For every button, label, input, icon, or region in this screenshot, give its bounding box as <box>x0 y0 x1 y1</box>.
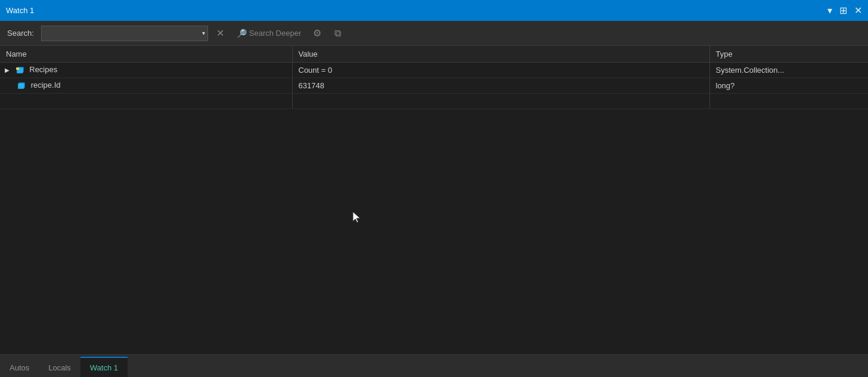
search-deeper-label: Search Deeper <box>249 29 301 38</box>
empty-type-cell <box>709 94 868 109</box>
tab-autos[interactable]: Autos <box>0 357 39 377</box>
tab-watch1[interactable]: Watch 1 <box>80 357 128 377</box>
column-header-value: Value <box>292 46 709 63</box>
row-name: Recipes <box>29 65 57 74</box>
expand-arrow[interactable]: ▶ <box>5 67 13 73</box>
name-cell[interactable]: recipe.Id <box>0 78 292 94</box>
tab-autos-label: Autos <box>10 363 29 372</box>
clear-icon: ✕ <box>216 27 224 39</box>
search-input-wrapper[interactable]: ▾ <box>41 26 208 41</box>
object-icon <box>16 66 25 75</box>
table-row[interactable]: ▶ Recipes Count = 0 System.Collection... <box>0 63 868 78</box>
search-input[interactable] <box>42 26 200 41</box>
collapse-icon: ⧉ <box>334 28 341 39</box>
value-cell: Count = 0 <box>292 63 709 78</box>
type-cell: long? <box>709 78 868 94</box>
type-cell: System.Collection... <box>709 63 868 78</box>
tab-locals[interactable]: Locals <box>39 357 80 377</box>
collapse-button[interactable]: ⧉ <box>330 26 345 41</box>
close-icon[interactable]: ✕ <box>854 5 862 16</box>
cursor-icon <box>352 211 362 224</box>
window-title: Watch 1 <box>6 6 34 15</box>
row-name: recipe.Id <box>31 81 61 89</box>
svg-rect-6 <box>18 83 24 88</box>
search-label: Search: <box>7 29 34 38</box>
tab-locals-label: Locals <box>48 363 71 372</box>
search-dropdown-button[interactable]: ▾ <box>200 30 207 36</box>
clear-search-button[interactable]: ✕ <box>213 26 228 41</box>
name-cell[interactable]: ▶ Recipes <box>0 63 292 78</box>
settings-button[interactable]: ⚙ <box>309 26 325 41</box>
watch-table: Name Value Type ▶ Recipes <box>0 46 868 109</box>
search-deeper-button[interactable]: 🔎 Search Deeper <box>233 27 305 39</box>
settings-icon: ⚙ <box>313 27 321 39</box>
object-icon <box>17 81 26 91</box>
main-content: Name Value Type ▶ Recipes <box>0 46 868 354</box>
table-row-empty[interactable] <box>0 94 868 109</box>
title-bar: Watch 1 ▾ ⊞ ✕ <box>0 0 868 21</box>
tab-bar: Autos Locals Watch 1 <box>0 354 868 377</box>
column-header-name: Name <box>0 46 292 63</box>
dropdown-icon[interactable]: ▾ <box>827 5 832 16</box>
svg-rect-3 <box>16 67 19 70</box>
pin-icon[interactable]: ⊞ <box>839 5 847 16</box>
toolbar: Search: ▾ ✕ 🔎 Search Deeper ⚙ ⧉ <box>0 21 868 46</box>
empty-watch-area[interactable] <box>0 109 868 354</box>
table-header-row: Name Value Type <box>0 46 868 63</box>
tab-watch1-label: Watch 1 <box>90 363 118 372</box>
search-deeper-icon: 🔎 <box>237 29 247 38</box>
title-bar-controls: ▾ ⊞ ✕ <box>827 5 862 16</box>
column-header-type: Type <box>709 46 868 63</box>
table-row[interactable]: recipe.Id 631748 long? <box>0 78 868 94</box>
empty-name-cell <box>0 94 292 109</box>
empty-value-cell <box>292 94 709 109</box>
value-cell: 631748 <box>292 78 709 94</box>
